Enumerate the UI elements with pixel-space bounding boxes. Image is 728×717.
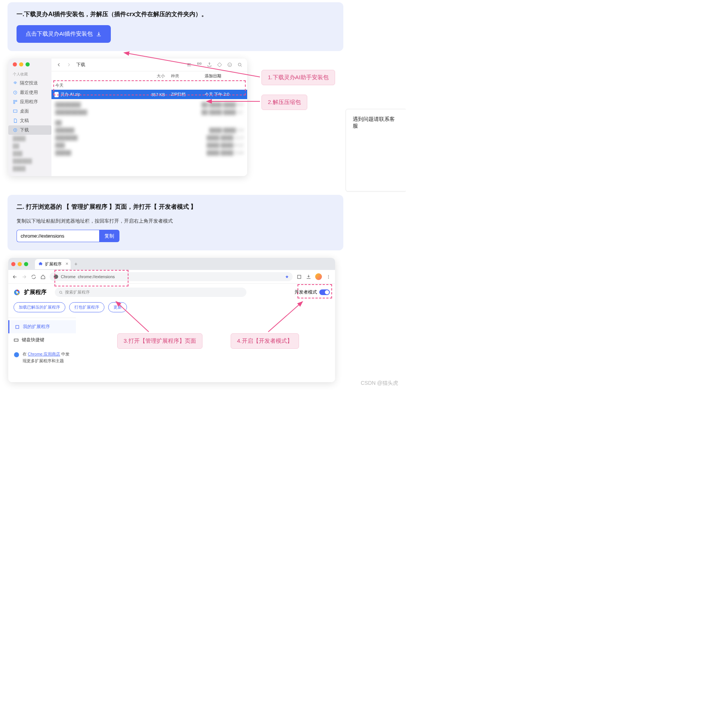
home-icon[interactable] bbox=[40, 274, 46, 280]
svg-rect-4 bbox=[14, 102, 15, 104]
svg-rect-19 bbox=[16, 325, 19, 328]
ext-puzzle-icon[interactable] bbox=[297, 274, 302, 280]
svg-rect-3 bbox=[16, 100, 17, 101]
finder-columns: 大小 种类 添加日期 bbox=[52, 71, 247, 81]
bookmark-star-icon[interactable]: ★ bbox=[285, 275, 289, 279]
extensions-title: 扩展程序 bbox=[24, 289, 47, 296]
extensions-search[interactable]: 搜索扩展程序 bbox=[55, 288, 246, 297]
traffic-max[interactable] bbox=[26, 62, 30, 66]
svg-rect-5 bbox=[14, 110, 17, 113]
finder-window: 个人收藏 隔空投送 最近使用 应用程序 桌面 文稿 下载 ███████████… bbox=[8, 59, 247, 176]
new-tab-button[interactable]: + bbox=[73, 261, 79, 267]
nav-my-extensions[interactable]: 我的扩展程序 bbox=[8, 320, 76, 333]
side-note: 遇到问题请联系客服 bbox=[346, 109, 406, 191]
load-unpacked-button[interactable]: 加载已解压的扩展程序 bbox=[14, 302, 65, 312]
grid-icon[interactable] bbox=[196, 62, 202, 67]
callout-1: 1.下载灵办AI助手安装包 bbox=[262, 70, 335, 85]
step1-title: 一.下载灵办AI插件安装包，并解压（插件crx文件在解压的文件夹内）。 bbox=[17, 11, 334, 18]
svg-point-10 bbox=[238, 63, 241, 66]
sidebar-downloads[interactable]: 下载 bbox=[8, 125, 52, 135]
share-icon[interactable] bbox=[206, 62, 212, 67]
svg-point-9 bbox=[228, 63, 232, 67]
tab-close-icon[interactable]: ✕ bbox=[65, 262, 68, 266]
chrome-logo-icon bbox=[14, 289, 20, 296]
back-icon[interactable] bbox=[12, 274, 18, 280]
url-input[interactable] bbox=[17, 230, 99, 242]
highlight-box-devmode bbox=[298, 284, 332, 299]
nav-keyboard-shortcuts[interactable]: 键盘快捷键 bbox=[8, 333, 76, 346]
step2-subtitle: 复制以下地址粘贴到浏览器地址栏，按回车打开，开启右上角开发者模式 bbox=[17, 218, 334, 224]
svg-point-0 bbox=[15, 82, 16, 84]
tag-icon[interactable] bbox=[217, 62, 222, 67]
keyboard-icon bbox=[14, 337, 19, 343]
svg-point-14 bbox=[328, 276, 329, 277]
svg-rect-12 bbox=[298, 275, 301, 279]
forward-icon[interactable] bbox=[21, 274, 27, 280]
webstore-icon bbox=[14, 352, 20, 358]
download-button-label: 点击下载灵办AI插件安装包 bbox=[26, 31, 93, 38]
traffic-max[interactable] bbox=[24, 262, 28, 266]
pack-ext-button[interactable]: 打包扩展程序 bbox=[69, 302, 104, 312]
back-icon[interactable] bbox=[56, 62, 61, 67]
finder-title: 下载 bbox=[76, 61, 85, 68]
sidebar-apps[interactable]: 应用程序 bbox=[8, 97, 52, 107]
update-button[interactable]: 更新 bbox=[108, 302, 127, 312]
callout-3: 3.打开【管理扩展程序】页面 bbox=[117, 333, 202, 349]
avatar-icon[interactable] bbox=[315, 273, 322, 280]
forward-icon[interactable] bbox=[66, 62, 72, 67]
reload-icon[interactable] bbox=[31, 274, 37, 280]
svg-rect-20 bbox=[14, 339, 18, 341]
search-icon[interactable] bbox=[237, 62, 243, 67]
download-icon bbox=[96, 31, 102, 37]
svg-point-18 bbox=[60, 291, 62, 293]
sidebar-recents[interactable]: 最近使用 bbox=[8, 88, 52, 97]
svg-point-13 bbox=[328, 275, 329, 276]
highlight-box-file bbox=[54, 80, 246, 95]
puzzle-icon bbox=[15, 324, 20, 330]
callout-2: 2.解压压缩包 bbox=[262, 95, 307, 110]
more-icon[interactable] bbox=[227, 62, 232, 67]
copy-button[interactable]: 复制 bbox=[99, 230, 119, 242]
traffic-close[interactable] bbox=[13, 62, 17, 66]
callout-4: 4.开启【开发者模式】 bbox=[231, 333, 299, 349]
svg-point-15 bbox=[328, 278, 329, 279]
puzzle-icon bbox=[39, 262, 43, 266]
more-menu-icon[interactable] bbox=[326, 274, 331, 280]
svg-point-21 bbox=[14, 352, 19, 357]
sidebar-documents[interactable]: 文稿 bbox=[8, 116, 52, 125]
download-button[interactable]: 点击下载灵办AI插件安装包 bbox=[17, 25, 111, 43]
step1-card: 一.下载灵办AI插件安装包，并解压（插件crx文件在解压的文件夹内）。 点击下载… bbox=[8, 2, 343, 51]
traffic-close[interactable] bbox=[11, 262, 15, 266]
sidebar-header: 个人收藏 bbox=[8, 70, 52, 78]
traffic-min[interactable] bbox=[18, 262, 22, 266]
finder-sidebar: 个人收藏 隔空投送 最近使用 应用程序 桌面 文稿 下载 ███████████… bbox=[8, 59, 52, 176]
watermark: CSDN @猫头虎 bbox=[361, 380, 398, 387]
web-store-note: 在 Chrome 应用商店 中发现更多扩展程序和主题 bbox=[8, 346, 76, 369]
browser-tab[interactable]: 扩展程序 ✕ bbox=[35, 259, 70, 269]
svg-rect-2 bbox=[14, 100, 15, 101]
svg-rect-8 bbox=[200, 63, 201, 64]
svg-rect-7 bbox=[197, 63, 199, 64]
web-store-link[interactable]: Chrome 应用商店 bbox=[28, 352, 60, 356]
chrome-window: 扩展程序 ✕ + Chrome chrome://extensions ★ 扩展… bbox=[8, 258, 335, 382]
step2-title: 二. 打开浏览器的 【 管理扩展程序 】页面，并打开【 开发者模式 】 bbox=[17, 203, 334, 211]
download-tray-icon[interactable] bbox=[306, 274, 311, 280]
list-icon[interactable] bbox=[186, 62, 192, 67]
sidebar-desktop[interactable]: 桌面 bbox=[8, 107, 52, 116]
finder-toolbar: 下载 bbox=[52, 59, 247, 71]
traffic-min[interactable] bbox=[19, 62, 23, 66]
highlight-box-omnibox bbox=[55, 270, 128, 287]
search-icon bbox=[59, 290, 63, 295]
sidebar-airdrop[interactable]: 隔空投送 bbox=[8, 78, 52, 88]
step2-card: 二. 打开浏览器的 【 管理扩展程序 】页面，并打开【 开发者模式 】 复制以下… bbox=[8, 195, 343, 250]
